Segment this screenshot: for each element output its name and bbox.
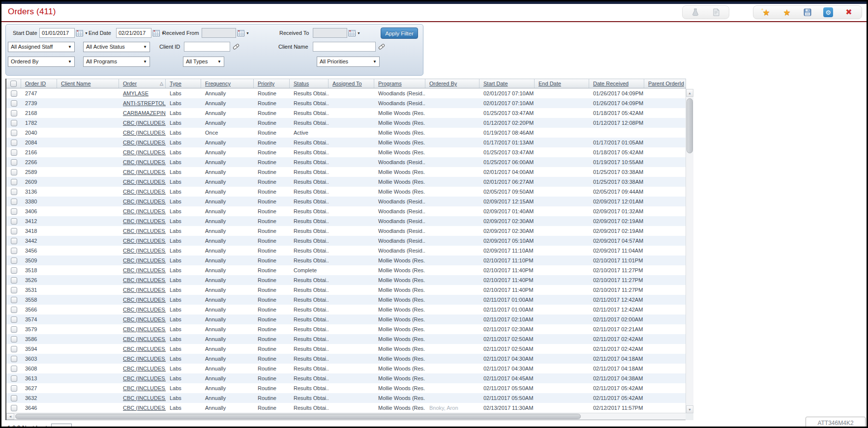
row-checkbox[interactable] (11, 297, 17, 303)
table-row[interactable]: 2609CBC (INCLUDES...LabsAnnuallyRoutineR… (6, 177, 686, 187)
cell-order[interactable]: CBC (INCLUDES... (119, 118, 166, 128)
received-from-input[interactable] (202, 28, 236, 38)
settings-gear-icon[interactable]: ⚙ (823, 7, 833, 17)
row-checkbox[interactable] (11, 395, 17, 401)
cell-order[interactable]: CBC (INCLUDES... (119, 265, 166, 275)
cell-order[interactable]: AMYLASE (119, 88, 166, 98)
cell-order[interactable]: CBC (INCLUDES... (119, 216, 166, 226)
row-checkbox[interactable] (11, 375, 17, 382)
table-row[interactable]: 2166CBC (INCLUDES...LabsAnnuallyRoutineR… (6, 147, 686, 157)
row-checkbox[interactable] (11, 316, 17, 323)
client-id-input[interactable] (184, 42, 230, 52)
scroll-up-icon[interactable]: ▲ (686, 89, 693, 97)
cell-order[interactable]: ANTI-STREPTOL... (119, 98, 166, 108)
table-row[interactable]: 3136CBC (INCLUDES...LabsAnnuallyRoutineR… (6, 187, 686, 197)
scroll-left-icon[interactable]: ◄ (6, 413, 14, 420)
row-checkbox[interactable] (11, 218, 17, 225)
cell-order[interactable]: CBC (INCLUDES... (119, 138, 166, 147)
col-header-status[interactable]: Status (290, 79, 329, 88)
table-row[interactable]: 3509CBC (INCLUDES...LabsAnnuallyRoutineR… (6, 256, 686, 265)
table-row[interactable]: 3518CBC (INCLUDES...LabsAnnuallyRoutineC… (6, 265, 686, 275)
cell-order[interactable]: CBC (INCLUDES... (119, 383, 166, 393)
cell-order[interactable]: CBC (INCLUDES... (119, 167, 166, 177)
row-checkbox[interactable] (11, 149, 17, 156)
table-row[interactable]: 2040CBC (INCLUDES...LabsOnceRoutineActiv… (6, 128, 686, 138)
row-checkbox[interactable] (11, 120, 17, 126)
table-row[interactable]: 3531CBC (INCLUDES...LabsAnnuallyRoutineR… (6, 285, 686, 295)
table-row[interactable]: 3406CBC (INCLUDES...LabsAnnuallyRoutineR… (6, 206, 686, 216)
row-checkbox[interactable] (11, 140, 17, 146)
table-row[interactable]: 2747AMYLASELabsAnnuallyRoutineResults Ob… (6, 88, 686, 98)
col-header-priority[interactable]: Priority (254, 79, 290, 88)
vertical-scrollbar-thumb[interactable] (687, 98, 693, 153)
table-row[interactable]: 3442CBC (INCLUDES...LabsAnnuallyRoutineR… (6, 236, 686, 246)
row-checkbox[interactable] (11, 346, 17, 352)
col-header-parent-orderid[interactable]: Parent OrderId (644, 79, 686, 88)
assigned-staff-dropdown[interactable]: All Assigned Staff ▼ (8, 42, 75, 52)
cell-order[interactable]: CBC (INCLUDES... (119, 354, 166, 364)
save-icon[interactable] (803, 7, 812, 17)
table-row[interactable]: 2739ANTI-STREPTOL...LabsAnnuallyRoutineR… (6, 98, 686, 108)
row-checkbox[interactable] (11, 307, 17, 313)
row-checkbox[interactable] (11, 257, 17, 264)
col-header-order[interactable]: Order△ (119, 79, 166, 88)
table-row[interactable]: 3594CBC (INCLUDES...LabsAnnuallyRoutineR… (6, 344, 686, 354)
table-row[interactable]: 3608CBC (INCLUDES...LabsAnnuallyRoutineR… (6, 364, 686, 373)
row-checkbox[interactable] (11, 90, 17, 97)
col-header-date-received[interactable]: Date Received (589, 79, 644, 88)
row-checkbox[interactable] (11, 267, 17, 274)
table-row[interactable]: 3586CBC (INCLUDES...LabsAnnuallyRoutineR… (6, 334, 686, 344)
cell-order[interactable]: CBC (INCLUDES... (119, 147, 166, 157)
vertical-scrollbar[interactable]: ▲ ▼ (686, 89, 693, 413)
cell-order[interactable]: CBC (INCLUDES... (119, 236, 166, 246)
cell-order[interactable]: CBC (INCLUDES... (119, 128, 166, 138)
table-row[interactable]: 3579CBC (INCLUDES...LabsAnnuallyRoutineR… (6, 324, 686, 334)
cell-order[interactable]: CBC (INCLUDES... (119, 285, 166, 295)
horizontal-scrollbar[interactable]: ◄ (6, 413, 686, 420)
col-header-type[interactable]: Type (166, 79, 201, 88)
row-checkbox[interactable] (11, 179, 17, 185)
favorite-add-star-icon[interactable]: ★ ✦ (761, 7, 771, 17)
cell-order[interactable]: CBC (INCLUDES... (119, 393, 166, 403)
row-checkbox[interactable] (11, 110, 17, 116)
table-row[interactable]: 3412CBC (INCLUDES...LabsAnnuallyRoutineR… (6, 216, 686, 226)
ordered-by-dropdown[interactable]: Ordered By ▼ (8, 57, 75, 67)
cell-order[interactable]: CBC (INCLUDES... (119, 256, 166, 265)
favorite-star-icon[interactable]: ★ (782, 7, 792, 17)
received-to-input[interactable] (313, 28, 347, 38)
row-checkbox[interactable] (11, 287, 17, 293)
row-checkbox[interactable] (11, 356, 17, 362)
row-checkbox[interactable] (11, 336, 17, 342)
cell-order[interactable]: CBC (INCLUDES... (119, 305, 166, 314)
cell-order[interactable]: CARBAMAZEPIN... (119, 108, 166, 118)
lab-flask-icon[interactable] (690, 7, 700, 17)
table-row[interactable]: 3526CBC (INCLUDES...LabsAnnuallyRoutineR… (6, 275, 686, 285)
select-all-checkbox[interactable] (10, 81, 17, 87)
table-row[interactable]: 2589CBC (INCLUDES...LabsAnnuallyRoutineR… (6, 167, 686, 177)
row-checkbox[interactable] (11, 248, 17, 254)
cell-order[interactable]: CBC (INCLUDES... (119, 373, 166, 383)
received-from-calendar-icon[interactable]: ▼ (237, 29, 249, 37)
table-row[interactable]: 3613CBC (INCLUDES...LabsAnnuallyRoutineR… (6, 373, 686, 383)
col-header-order-id[interactable]: Order ID (21, 79, 57, 88)
col-header-programs[interactable]: Programs (374, 79, 425, 88)
page-size-select[interactable] (51, 424, 72, 428)
row-checkbox[interactable] (11, 100, 17, 107)
scroll-down-icon[interactable]: ▼ (686, 405, 693, 413)
cell-order[interactable]: CBC (INCLUDES... (119, 334, 166, 344)
pagination-links[interactable]: 1 2 3 Next Last (7, 425, 47, 428)
start-date-calendar-icon[interactable]: ▼ (76, 29, 88, 37)
active-status-dropdown[interactable]: All Active Status ▼ (83, 42, 150, 52)
types-dropdown[interactable]: All Types ▼ (183, 57, 224, 67)
cell-order[interactable]: CBC (INCLUDES... (119, 157, 166, 167)
row-checkbox[interactable] (11, 385, 17, 392)
start-date-input[interactable] (39, 28, 75, 38)
row-checkbox[interactable] (11, 238, 17, 244)
row-checkbox[interactable] (11, 228, 17, 234)
priorities-dropdown[interactable]: All Priorities ▼ (317, 57, 380, 67)
row-checkbox[interactable] (11, 169, 17, 175)
col-header-client-name[interactable]: Client Name (57, 79, 119, 88)
close-icon[interactable]: ✖ (844, 7, 854, 17)
end-date-input[interactable] (116, 28, 151, 38)
row-checkbox[interactable] (11, 277, 17, 284)
